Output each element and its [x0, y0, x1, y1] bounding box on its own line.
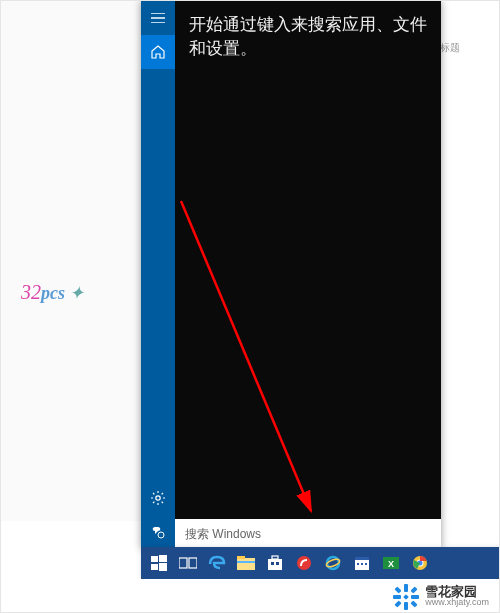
svg-rect-31	[393, 595, 401, 599]
ie-icon[interactable]	[319, 547, 347, 579]
desktop-background	[1, 1, 141, 521]
start-content: 开始通过键入来搜索应用、文件和设置。 搜索 Windows	[175, 1, 441, 549]
start-sidebar	[141, 1, 175, 549]
svg-rect-10	[237, 556, 245, 559]
search-results-area	[175, 73, 441, 519]
svg-rect-4	[159, 555, 167, 562]
settings-icon[interactable]	[141, 481, 175, 515]
svg-rect-21	[357, 563, 359, 565]
taskbar: X	[141, 547, 500, 579]
svg-rect-14	[271, 562, 274, 565]
search-hint-text: 开始通过键入来搜索应用、文件和设置。	[175, 1, 441, 73]
logo-part1: 32	[21, 281, 41, 303]
app-red-icon[interactable]	[290, 547, 318, 579]
svg-point-16	[297, 556, 311, 570]
svg-rect-8	[189, 558, 197, 568]
background-window-label: 标题	[435, 1, 499, 55]
search-placeholder: 搜索 Windows	[185, 526, 261, 543]
watermark-title: 雪花家园	[425, 585, 489, 598]
svg-rect-3	[151, 556, 158, 562]
svg-rect-29	[404, 584, 408, 592]
svg-rect-11	[237, 561, 255, 563]
store-icon[interactable]	[261, 547, 289, 579]
home-icon[interactable]	[141, 35, 175, 69]
svg-rect-9	[237, 558, 255, 570]
watermark-url: www.xhjaty.com	[425, 598, 489, 607]
svg-rect-5	[151, 564, 158, 570]
svg-rect-35	[411, 586, 418, 593]
calendar-icon[interactable]	[348, 547, 376, 579]
file-explorer-icon[interactable]	[232, 547, 260, 579]
start-button[interactable]	[145, 547, 173, 579]
hamburger-icon[interactable]	[141, 1, 175, 35]
svg-point-0	[156, 496, 160, 500]
svg-rect-12	[268, 559, 282, 570]
svg-rect-7	[179, 558, 187, 568]
svg-rect-6	[159, 563, 167, 571]
watermark-text: 雪花家园 www.xhjaty.com	[425, 585, 489, 607]
edge-icon[interactable]	[203, 547, 231, 579]
start-search-panel: 开始通过键入来搜索应用、文件和设置。 搜索 Windows	[141, 1, 441, 549]
svg-rect-20	[355, 557, 369, 560]
watermark-logo-icon	[393, 584, 417, 608]
svg-rect-13	[272, 556, 278, 559]
excel-icon[interactable]: X	[377, 547, 405, 579]
svg-rect-32	[411, 595, 419, 599]
svg-rect-15	[276, 562, 279, 565]
svg-text:X: X	[388, 559, 394, 569]
svg-rect-37	[411, 600, 418, 607]
task-view-icon[interactable]	[174, 547, 202, 579]
search-input[interactable]: 搜索 Windows	[175, 519, 441, 549]
svg-rect-30	[404, 602, 408, 610]
feedback-icon[interactable]	[141, 515, 175, 549]
svg-rect-36	[395, 600, 402, 607]
chrome-icon[interactable]	[406, 547, 434, 579]
desktop-watermark-logo: 32pcs ✦	[21, 281, 84, 304]
logo-part2: pcs	[41, 283, 65, 303]
svg-point-1	[158, 532, 164, 538]
background-window: 标题	[434, 1, 499, 521]
svg-rect-34	[395, 586, 402, 593]
watermark-footer: 雪花家园 www.xhjaty.com	[1, 579, 500, 612]
svg-rect-33	[403, 594, 409, 600]
svg-rect-22	[361, 563, 363, 565]
svg-rect-23	[365, 563, 367, 565]
